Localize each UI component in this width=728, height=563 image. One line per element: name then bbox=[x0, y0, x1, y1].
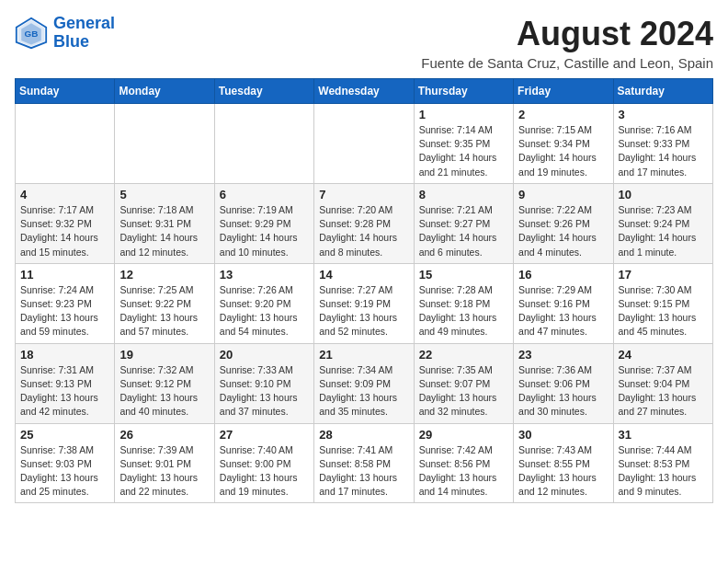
day-info: Sunrise: 7:27 AM Sunset: 9:19 PM Dayligh… bbox=[319, 283, 408, 339]
calendar-cell: 25Sunrise: 7:38 AM Sunset: 9:03 PM Dayli… bbox=[16, 423, 115, 503]
calendar-cell: 21Sunrise: 7:34 AM Sunset: 9:09 PM Dayli… bbox=[314, 343, 414, 423]
day-info: Sunrise: 7:14 AM Sunset: 9:35 PM Dayligh… bbox=[419, 123, 508, 179]
day-number: 29 bbox=[419, 428, 508, 442]
day-info: Sunrise: 7:19 AM Sunset: 9:29 PM Dayligh… bbox=[220, 203, 309, 259]
day-info: Sunrise: 7:26 AM Sunset: 9:20 PM Dayligh… bbox=[220, 283, 309, 339]
calendar-cell: 10Sunrise: 7:23 AM Sunset: 9:24 PM Dayli… bbox=[613, 183, 712, 263]
day-number: 19 bbox=[119, 348, 209, 362]
calendar-body: 1Sunrise: 7:14 AM Sunset: 9:35 PM Daylig… bbox=[16, 104, 713, 503]
day-info: Sunrise: 7:18 AM Sunset: 9:31 PM Dayligh… bbox=[119, 203, 209, 259]
header-cell-friday: Friday bbox=[514, 79, 613, 104]
calendar-cell: 13Sunrise: 7:26 AM Sunset: 9:20 PM Dayli… bbox=[214, 263, 313, 343]
day-number: 23 bbox=[518, 348, 608, 362]
header-row: SundayMondayTuesdayWednesdayThursdayFrid… bbox=[16, 79, 713, 104]
day-number: 14 bbox=[319, 268, 408, 282]
calendar-cell: 2Sunrise: 7:15 AM Sunset: 9:34 PM Daylig… bbox=[514, 104, 613, 184]
calendar-table: SundayMondayTuesdayWednesdayThursdayFrid… bbox=[15, 78, 713, 503]
logo-text: General Blue bbox=[53, 15, 115, 52]
day-number: 10 bbox=[619, 188, 708, 201]
calendar-cell: 9Sunrise: 7:22 AM Sunset: 9:26 PM Daylig… bbox=[514, 183, 613, 263]
day-info: Sunrise: 7:40 AM Sunset: 9:00 PM Dayligh… bbox=[220, 443, 309, 500]
day-number: 16 bbox=[518, 268, 608, 282]
calendar-cell: 20Sunrise: 7:33 AM Sunset: 9:10 PM Dayli… bbox=[214, 343, 313, 423]
day-info: Sunrise: 7:37 AM Sunset: 9:04 PM Dayligh… bbox=[619, 363, 708, 419]
calendar-cell: 5Sunrise: 7:18 AM Sunset: 9:31 PM Daylig… bbox=[115, 183, 214, 263]
calendar-cell: 24Sunrise: 7:37 AM Sunset: 9:04 PM Dayli… bbox=[613, 343, 712, 423]
week-row-1: 1Sunrise: 7:14 AM Sunset: 9:35 PM Daylig… bbox=[16, 104, 713, 184]
calendar-cell: 12Sunrise: 7:25 AM Sunset: 9:22 PM Dayli… bbox=[115, 263, 214, 343]
calendar-header: SundayMondayTuesdayWednesdayThursdayFrid… bbox=[16, 79, 713, 104]
day-info: Sunrise: 7:16 AM Sunset: 9:33 PM Dayligh… bbox=[619, 123, 708, 179]
day-number: 7 bbox=[319, 188, 408, 201]
day-number: 26 bbox=[119, 428, 209, 442]
calendar-cell bbox=[314, 104, 414, 184]
day-number: 24 bbox=[619, 348, 708, 362]
page-header: GB General Blue August 2024 Fuente de Sa… bbox=[15, 15, 713, 71]
calendar-cell: 29Sunrise: 7:42 AM Sunset: 8:56 PM Dayli… bbox=[414, 423, 513, 503]
day-number: 18 bbox=[20, 348, 109, 362]
day-info: Sunrise: 7:38 AM Sunset: 9:03 PM Dayligh… bbox=[20, 443, 109, 500]
header-cell-saturday: Saturday bbox=[613, 79, 712, 104]
calendar-cell: 27Sunrise: 7:40 AM Sunset: 9:00 PM Dayli… bbox=[214, 423, 313, 503]
day-number: 31 bbox=[619, 428, 708, 442]
day-info: Sunrise: 7:42 AM Sunset: 8:56 PM Dayligh… bbox=[419, 443, 508, 500]
day-number: 3 bbox=[619, 108, 708, 121]
calendar-cell: 8Sunrise: 7:21 AM Sunset: 9:27 PM Daylig… bbox=[414, 183, 513, 263]
day-number: 30 bbox=[518, 428, 608, 442]
day-info: Sunrise: 7:17 AM Sunset: 9:32 PM Dayligh… bbox=[20, 203, 109, 259]
day-number: 9 bbox=[518, 188, 608, 201]
day-info: Sunrise: 7:28 AM Sunset: 9:18 PM Dayligh… bbox=[419, 283, 508, 339]
day-info: Sunrise: 7:36 AM Sunset: 9:06 PM Dayligh… bbox=[518, 363, 608, 419]
logo-icon: GB bbox=[15, 17, 48, 50]
day-number: 17 bbox=[619, 268, 708, 282]
day-number: 15 bbox=[419, 268, 508, 282]
logo: GB General Blue bbox=[15, 15, 115, 52]
calendar-cell bbox=[115, 104, 214, 184]
day-number: 4 bbox=[20, 188, 109, 201]
day-number: 8 bbox=[419, 188, 508, 201]
day-number: 6 bbox=[220, 188, 309, 201]
day-info: Sunrise: 7:43 AM Sunset: 8:55 PM Dayligh… bbox=[518, 443, 608, 500]
main-title: August 2024 bbox=[421, 15, 713, 53]
calendar-cell: 22Sunrise: 7:35 AM Sunset: 9:07 PM Dayli… bbox=[414, 343, 513, 423]
title-block: August 2024 Fuente de Santa Cruz, Castil… bbox=[421, 15, 713, 71]
day-info: Sunrise: 7:32 AM Sunset: 9:12 PM Dayligh… bbox=[119, 363, 209, 419]
day-number: 25 bbox=[20, 428, 109, 442]
header-cell-tuesday: Tuesday bbox=[214, 79, 313, 104]
day-number: 22 bbox=[419, 348, 508, 362]
subtitle: Fuente de Santa Cruz, Castille and Leon,… bbox=[421, 55, 713, 71]
day-info: Sunrise: 7:33 AM Sunset: 9:10 PM Dayligh… bbox=[220, 363, 309, 419]
day-info: Sunrise: 7:15 AM Sunset: 9:34 PM Dayligh… bbox=[518, 123, 608, 179]
day-number: 11 bbox=[20, 268, 109, 282]
day-info: Sunrise: 7:22 AM Sunset: 9:26 PM Dayligh… bbox=[518, 203, 608, 259]
week-row-3: 11Sunrise: 7:24 AM Sunset: 9:23 PM Dayli… bbox=[16, 263, 713, 343]
day-number: 28 bbox=[319, 428, 408, 442]
calendar-cell: 14Sunrise: 7:27 AM Sunset: 9:19 PM Dayli… bbox=[314, 263, 414, 343]
day-number: 12 bbox=[119, 268, 209, 282]
svg-text:GB: GB bbox=[25, 28, 39, 38]
header-cell-thursday: Thursday bbox=[414, 79, 513, 104]
logo-line1: General bbox=[53, 14, 115, 32]
calendar-cell: 18Sunrise: 7:31 AM Sunset: 9:13 PM Dayli… bbox=[16, 343, 115, 423]
header-cell-monday: Monday bbox=[115, 79, 214, 104]
calendar-cell: 3Sunrise: 7:16 AM Sunset: 9:33 PM Daylig… bbox=[613, 104, 712, 184]
day-number: 27 bbox=[220, 428, 309, 442]
calendar-cell: 15Sunrise: 7:28 AM Sunset: 9:18 PM Dayli… bbox=[414, 263, 513, 343]
calendar-cell: 23Sunrise: 7:36 AM Sunset: 9:06 PM Dayli… bbox=[514, 343, 613, 423]
week-row-5: 25Sunrise: 7:38 AM Sunset: 9:03 PM Dayli… bbox=[16, 423, 713, 503]
day-info: Sunrise: 7:39 AM Sunset: 9:01 PM Dayligh… bbox=[119, 443, 209, 500]
calendar-cell: 6Sunrise: 7:19 AM Sunset: 9:29 PM Daylig… bbox=[214, 183, 313, 263]
day-info: Sunrise: 7:41 AM Sunset: 8:58 PM Dayligh… bbox=[319, 443, 408, 500]
week-row-4: 18Sunrise: 7:31 AM Sunset: 9:13 PM Dayli… bbox=[16, 343, 713, 423]
day-number: 13 bbox=[220, 268, 309, 282]
day-info: Sunrise: 7:31 AM Sunset: 9:13 PM Dayligh… bbox=[20, 363, 109, 419]
day-info: Sunrise: 7:23 AM Sunset: 9:24 PM Dayligh… bbox=[619, 203, 708, 259]
calendar-cell bbox=[214, 104, 313, 184]
calendar-cell: 26Sunrise: 7:39 AM Sunset: 9:01 PM Dayli… bbox=[115, 423, 214, 503]
day-number: 20 bbox=[220, 348, 309, 362]
day-info: Sunrise: 7:29 AM Sunset: 9:16 PM Dayligh… bbox=[518, 283, 608, 339]
day-info: Sunrise: 7:44 AM Sunset: 8:53 PM Dayligh… bbox=[619, 443, 708, 500]
calendar-cell: 30Sunrise: 7:43 AM Sunset: 8:55 PM Dayli… bbox=[514, 423, 613, 503]
calendar-cell: 17Sunrise: 7:30 AM Sunset: 9:15 PM Dayli… bbox=[613, 263, 712, 343]
calendar-cell: 7Sunrise: 7:20 AM Sunset: 9:28 PM Daylig… bbox=[314, 183, 414, 263]
